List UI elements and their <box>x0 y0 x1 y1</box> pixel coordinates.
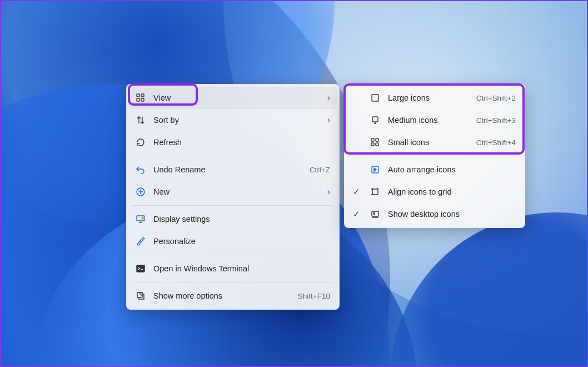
svg-rect-13 <box>371 143 374 146</box>
auto-arrange-icon <box>370 165 380 175</box>
display-settings-icon <box>136 214 146 224</box>
chevron-right-icon: › <box>322 115 330 125</box>
submenu-item-medium-icons[interactable]: Medium icons Ctrl+Shift+3 <box>347 109 522 131</box>
submenu-item-label: Auto arrange icons <box>388 165 516 174</box>
svg-rect-12 <box>376 138 378 141</box>
svg-rect-1 <box>141 94 144 97</box>
chevron-right-icon: › <box>322 187 330 197</box>
menu-item-label: Show more options <box>153 291 290 300</box>
menu-separator <box>350 156 519 156</box>
menu-item-new[interactable]: New › <box>129 181 337 203</box>
submenu-item-accel: Ctrl+Shift+4 <box>476 138 516 147</box>
small-icons-icon <box>370 137 380 147</box>
svg-rect-16 <box>372 189 378 195</box>
submenu-item-show-desktop[interactable]: ✓ Show desktop icons <box>347 203 522 225</box>
align-grid-icon <box>370 187 380 197</box>
menu-item-refresh[interactable]: Refresh <box>129 131 337 153</box>
chevron-right-icon: › <box>322 93 330 103</box>
svg-rect-2 <box>137 98 139 101</box>
menu-item-label: Display settings <box>153 215 330 224</box>
undo-icon <box>136 165 146 175</box>
menu-item-label: Sort by <box>153 116 315 125</box>
submenu-item-large-icons[interactable]: Large icons Ctrl+Shift+2 <box>347 87 522 109</box>
menu-item-personalize[interactable]: Personalize <box>129 230 337 252</box>
svg-rect-9 <box>372 95 378 101</box>
view-grid-icon <box>136 93 146 103</box>
menu-item-label: View <box>153 93 315 102</box>
plus-circle-icon <box>136 187 146 197</box>
svg-rect-0 <box>137 94 139 97</box>
check-icon: ✓ <box>351 187 361 196</box>
submenu-item-accel: Ctrl+Shift+2 <box>476 94 516 102</box>
svg-rect-11 <box>371 138 374 141</box>
menu-item-undo[interactable]: Undo Rename Ctrl+Z <box>129 158 337 181</box>
submenu-item-accel: Ctrl+Shift+3 <box>476 116 516 125</box>
large-icons-icon <box>370 93 380 103</box>
desktop-context-menu: View › Sort by › Refresh Undo Rename Ctr… <box>126 84 340 310</box>
svg-point-18 <box>373 213 375 215</box>
menu-item-label: New <box>153 187 315 196</box>
submenu-item-align-grid[interactable]: ✓ Align icons to grid <box>347 181 522 203</box>
menu-item-label: Refresh <box>153 138 330 147</box>
more-options-icon <box>136 291 146 301</box>
menu-item-label: Open in Windows Terminal <box>153 264 330 273</box>
svg-rect-7 <box>137 265 144 272</box>
svg-point-6 <box>142 217 144 219</box>
medium-icons-icon <box>370 115 380 125</box>
menu-item-terminal[interactable]: Open in Windows Terminal <box>129 257 337 280</box>
submenu-item-label: Small icons <box>388 138 469 147</box>
menu-item-sortby[interactable]: Sort by › <box>129 109 337 131</box>
menu-item-accel: Ctrl+Z <box>310 166 330 174</box>
submenu-item-label: Medium icons <box>388 116 469 125</box>
submenu-item-label: Show desktop icons <box>388 210 516 219</box>
view-submenu: Large icons Ctrl+Shift+2 Medium icons Ct… <box>344 84 525 228</box>
menu-item-label: Undo Rename <box>153 165 302 174</box>
menu-item-view[interactable]: View › <box>129 87 337 109</box>
submenu-item-label: Large icons <box>388 93 469 102</box>
menu-separator <box>132 156 333 156</box>
submenu-item-small-icons[interactable]: Small icons Ctrl+Shift+4 <box>347 131 522 153</box>
check-icon: ✓ <box>351 210 361 219</box>
menu-item-accel: Shift+F10 <box>298 292 330 300</box>
submenu-item-label: Align icons to grid <box>388 187 516 196</box>
menu-item-more[interactable]: Show more options Shift+F10 <box>129 285 337 307</box>
refresh-icon <box>136 137 146 147</box>
svg-rect-10 <box>372 117 378 122</box>
terminal-icon <box>136 264 146 274</box>
menu-item-label: Personalize <box>153 237 330 246</box>
menu-separator <box>132 255 333 255</box>
menu-item-display[interactable]: Display settings <box>129 208 337 230</box>
submenu-item-auto-arrange[interactable]: Auto arrange icons <box>347 158 522 181</box>
svg-rect-14 <box>376 143 378 146</box>
svg-rect-3 <box>141 98 144 101</box>
menu-separator <box>132 282 333 282</box>
sort-arrows-icon <box>136 115 146 125</box>
menu-separator <box>132 205 333 206</box>
show-desktop-icon <box>370 209 380 219</box>
brush-icon <box>136 236 146 246</box>
